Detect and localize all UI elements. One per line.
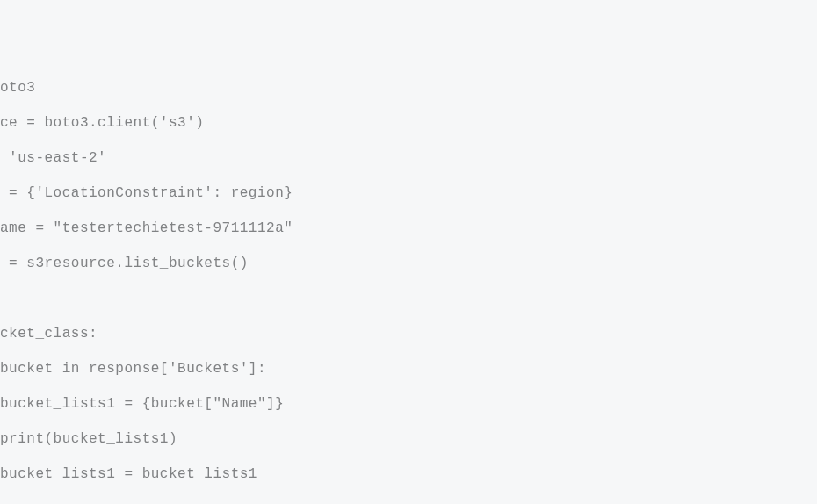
code-line: bucket in response['Buckets']: (0, 361, 266, 377)
code-line: 'us-east-2' (0, 150, 106, 166)
code-line: ce = boto3.client('s3') (0, 115, 204, 131)
code-line: cket_class: (0, 326, 98, 342)
code-line: print(bucket_lists1) (0, 431, 177, 447)
code-line: oto3 (0, 80, 35, 96)
code-block: oto3 ce = boto3.client('s3') 'us-east-2'… (0, 35, 817, 492)
code-line: bucket_lists1 = bucket_lists1 (0, 466, 257, 482)
code-line: ame = "testertechietest-9711112a" (0, 220, 293, 236)
code-line: = {'LocationConstraint': region} (0, 185, 293, 201)
code-line: bucket_lists1 = {bucket["Name"]} (0, 396, 284, 412)
code-line: = s3resource.list_buckets() (0, 256, 249, 271)
